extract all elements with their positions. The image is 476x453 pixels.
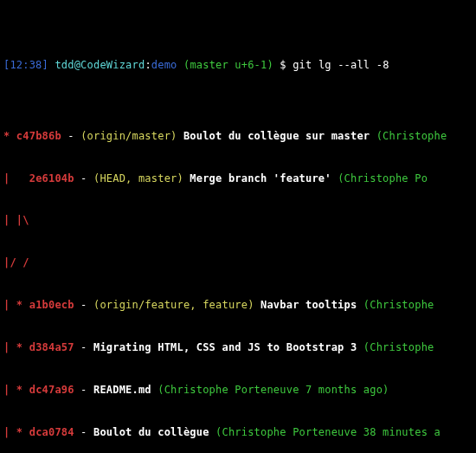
commit-msg: Boulot du collègue	[93, 426, 215, 438]
refs: (origin/feature, feature)	[93, 299, 254, 311]
author: (Christophe Po	[338, 172, 428, 184]
graph-line: |/ /	[3, 256, 473, 269]
graph-line: | |\	[3, 213, 473, 227]
author: (Christophe Porteneuve 7 months ago)	[158, 384, 389, 396]
commit-hash: dc47a96	[29, 384, 74, 396]
prompt-line[interactable]: [12:38] tdd@CodeWizard:demo (master u+6-…	[3, 58, 473, 72]
dollar: $	[273, 59, 293, 71]
branch: (master u+6-1)	[183, 59, 273, 71]
author: (Christophe Porteneuve 38 minutes a	[215, 426, 441, 438]
commit-msg: Boulot du collègue sur master	[177, 130, 376, 142]
refs: (HEAD, master)	[93, 172, 183, 184]
time: [12:38]	[3, 59, 48, 71]
sep: :	[145, 59, 151, 71]
commit-hash: 2e6104b	[29, 172, 74, 184]
commit-msg: Merge branch 'feature'	[183, 172, 338, 184]
refs: (origin/master)	[80, 130, 177, 142]
log-line: | * dc47a96 - README.md (Christophe Port…	[3, 383, 473, 397]
commit-hash: a1b0ecb	[29, 299, 74, 311]
log-line: * c47b86b - (origin/master) Boulot du co…	[3, 129, 473, 143]
author: (Christophe	[376, 130, 447, 142]
userhost: tdd@CodeWizard	[55, 59, 145, 71]
commit-msg: Navbar tooltips	[254, 299, 363, 311]
author: (Christophe	[363, 299, 441, 311]
commit-msg: Migrating HTML, CSS and JS to Bootstrap …	[93, 341, 363, 353]
commit-hash: c47b86b	[16, 130, 61, 142]
terminal[interactable]: [12:38] tdd@CodeWizard:demo (master u+6-…	[0, 0, 476, 453]
log-line: | 2e6104b - (HEAD, master) Merge branch …	[3, 171, 473, 185]
commit-hash: dca0784	[29, 426, 74, 438]
log-line: | * dca0784 - Boulot du collègue (Christ…	[3, 425, 473, 439]
log-line: | * a1b0ecb - (origin/feature, feature) …	[3, 298, 473, 312]
author: (Christophe	[363, 341, 441, 353]
commit-msg: README.md	[93, 384, 158, 396]
commit-hash: d384a57	[29, 341, 74, 353]
log-line: | * d384a57 - Migrating HTML, CSS and JS…	[3, 340, 473, 354]
path: demo	[151, 59, 177, 71]
command: git lg --all -8	[293, 59, 389, 71]
